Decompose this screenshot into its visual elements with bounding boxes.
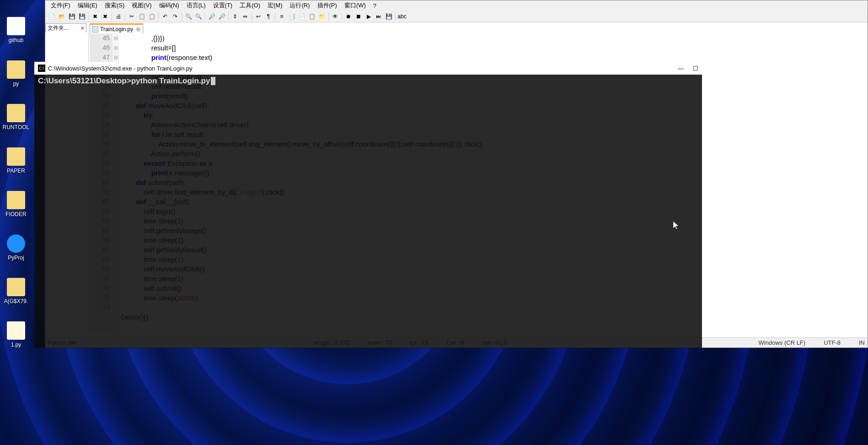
- folder-icon[interactable]: 📁: [317, 12, 327, 21]
- desktop-icon-label: PAPER: [7, 168, 25, 174]
- desktop-icon-agx79[interactable]: A(G$X79.: [0, 263, 32, 304]
- minimize-icon[interactable]: —: [678, 65, 684, 72]
- cmd-icon: C:\: [38, 65, 45, 72]
- status-encoding: UTF-8: [824, 339, 841, 346]
- code-line[interactable]: result=[]: [121, 43, 868, 53]
- menu-item[interactable]: 搜索(S): [101, 0, 128, 11]
- menu-item[interactable]: 语言(L): [183, 0, 209, 11]
- cmd-cursor: [211, 77, 215, 85]
- sidebar-close-icon[interactable]: ×: [81, 25, 84, 32]
- npp-menubar: 文件(F)编辑(E)搜索(S)视图(V)编码(N)语言(L)设置(T)工具(O)…: [45, 0, 868, 11]
- menu-item[interactable]: 插件(P): [314, 0, 341, 11]
- desktop-icon-label: FIODER: [5, 211, 26, 217]
- monitoring-icon[interactable]: 👁: [331, 12, 340, 21]
- undo-icon[interactable]: ↶: [161, 12, 170, 21]
- desktop-icon-1py[interactable]: 1.py: [0, 307, 32, 348]
- menu-item[interactable]: 宏(M): [264, 0, 286, 11]
- desktop-icon-runtool[interactable]: RUNTOOL: [0, 89, 32, 130]
- playback-icon[interactable]: ⏭: [374, 12, 383, 21]
- close-all-icon[interactable]: ✖: [101, 12, 110, 21]
- menu-item[interactable]: 运行(R): [286, 0, 313, 11]
- folder-icon: [7, 104, 25, 122]
- replace-icon[interactable]: 🔍: [194, 12, 203, 21]
- maximize-icon[interactable]: ☐: [693, 65, 698, 72]
- cmd-window-title: C:\Windows\System32\cmd.exe - python Tra…: [48, 65, 193, 72]
- folder-icon: [7, 191, 25, 209]
- save-all-icon[interactable]: 💾: [77, 12, 86, 21]
- menu-item[interactable]: 设置(T): [209, 0, 236, 11]
- save-macro-icon[interactable]: 💾: [384, 12, 393, 21]
- menu-item[interactable]: ?: [370, 1, 380, 10]
- stop-icon[interactable]: ⏹: [354, 12, 363, 21]
- cmd-prompt-line: C:\Users\53121\Desktop>python TrainLogin…: [38, 76, 210, 85]
- record-icon[interactable]: ⏺: [344, 12, 353, 21]
- copy-icon[interactable]: 📋: [137, 12, 146, 21]
- cmd-window: C:\ C:\Windows\System32\cmd.exe - python…: [34, 62, 702, 348]
- find-icon[interactable]: 🔍: [184, 12, 193, 21]
- zoom-out-icon[interactable]: 🔎: [217, 12, 226, 21]
- redo-icon[interactable]: ↷: [171, 12, 180, 21]
- play-icon[interactable]: ▶: [364, 12, 373, 21]
- folder-icon: [7, 321, 25, 340]
- cmd-body[interactable]: C:\Users\53121\Desktop>python TrainLogin…: [34, 75, 702, 87]
- menu-item[interactable]: 窗口(W): [341, 0, 370, 11]
- desktop-icon-pyproj[interactable]: PyProj: [0, 220, 32, 261]
- new-file-icon[interactable]: 📄: [47, 12, 56, 21]
- desktop-icon-label: github: [9, 37, 24, 43]
- folder-icon: [7, 147, 25, 166]
- wordwrap-icon[interactable]: ↩: [254, 12, 263, 21]
- status-ins: IN: [859, 339, 865, 346]
- desktop-icon-label: RUNTOOL: [3, 124, 29, 130]
- desktop-icon-label: A(G$X79.: [4, 298, 28, 304]
- doc-map-icon[interactable]: 📄: [297, 12, 306, 21]
- sync-h-icon[interactable]: ⇔: [241, 12, 250, 21]
- code-line[interactable]: print(response.text): [121, 53, 868, 62]
- cmd-titlebar[interactable]: C:\ C:\Windows\System32\cmd.exe - python…: [34, 62, 702, 75]
- udl-icon[interactable]: 📑: [287, 12, 296, 21]
- sync-v-icon[interactable]: ⇕: [230, 12, 240, 21]
- folder-icon: [7, 278, 25, 296]
- spellcheck-icon[interactable]: abc: [397, 12, 407, 21]
- editor-tabs: TrainLogin.py ⊗: [90, 23, 143, 33]
- cut-icon[interactable]: ✂: [127, 12, 136, 21]
- save-icon[interactable]: 💾: [67, 12, 76, 21]
- status-eol: Windows (CR LF): [759, 339, 806, 346]
- desktop-icon-py[interactable]: py: [0, 46, 32, 87]
- menu-item[interactable]: 编码(N): [155, 0, 183, 11]
- menu-item[interactable]: 工具(O): [236, 0, 264, 11]
- sidebar-panel-tab[interactable]: 文件夹... ×: [45, 23, 86, 33]
- tab-filename: TrainLogin.py: [100, 26, 133, 33]
- zoom-in-icon[interactable]: 🔎: [207, 12, 216, 21]
- tab-trainlogin[interactable]: TrainLogin.py ⊗: [90, 23, 143, 33]
- desktop-icon-label: py: [13, 81, 19, 87]
- sidebar-tab-label: 文件夹...: [48, 24, 69, 32]
- code-line[interactable]: ,{})}): [121, 33, 868, 43]
- allchars-icon[interactable]: ¶: [264, 12, 273, 21]
- paste-icon[interactable]: 📋: [147, 12, 156, 21]
- desktop-icon-github[interactable]: github: [0, 2, 32, 43]
- desktop-icon-label: 1.py: [11, 342, 21, 348]
- open-file-icon[interactable]: 📂: [57, 12, 66, 21]
- desktop-icon-paper[interactable]: PAPER: [0, 133, 32, 174]
- menu-item[interactable]: 文件(F): [47, 0, 74, 11]
- tab-close-icon[interactable]: ⊗: [136, 26, 141, 33]
- folder-icon: [7, 17, 25, 35]
- npp-toolbar: 📄 📂 💾 💾 ✖ ✖ 🖨 ✂ 📋 📋 ↶ ↷ 🔍 🔍 🔎 🔎 ⇕ ⇔ ↩ ¶ …: [45, 11, 868, 22]
- indent-guide-icon[interactable]: ≡: [277, 12, 286, 21]
- menu-item[interactable]: 视图(V): [128, 0, 155, 11]
- close-icon[interactable]: ✖: [91, 12, 100, 21]
- file-icon: [92, 26, 98, 33]
- func-list-icon[interactable]: 📋: [307, 12, 316, 21]
- folder-icon: [7, 234, 25, 253]
- print-icon[interactable]: 🖨: [114, 12, 123, 21]
- desktop-icon-label: PyProj: [8, 255, 24, 261]
- desktop-icons-column: githubpyRUNTOOLPAPERFIODERPyProjA(G$X79.…: [0, 0, 37, 350]
- mouse-cursor: [673, 221, 680, 230]
- menu-item[interactable]: 编辑(E): [74, 0, 101, 11]
- folder-icon: [7, 60, 25, 79]
- desktop-icon-fioder[interactable]: FIODER: [0, 176, 32, 217]
